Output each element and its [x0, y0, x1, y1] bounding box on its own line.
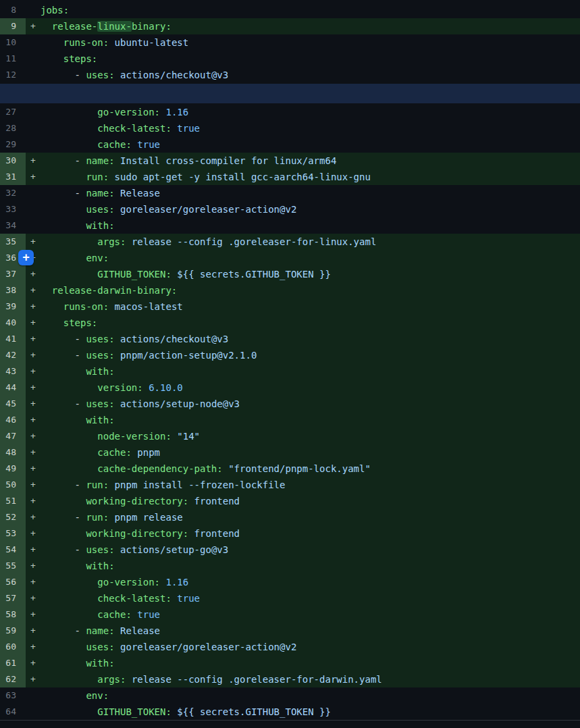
code-text: - name: Release: [41, 185, 580, 201]
token-pln: [223, 463, 228, 474]
diff-marker-empty: [26, 704, 41, 720]
line-number[interactable]: 32: [0, 185, 26, 201]
code-text: runs-on: macos-latest: [41, 298, 580, 315]
line-number[interactable]: 29: [0, 136, 26, 153]
line-number[interactable]: 52: [0, 509, 26, 525]
diff-marker-empty: [26, 687, 41, 704]
token-str: Release: [120, 625, 160, 636]
diff-added-marker: +: [26, 169, 41, 185]
token-key: env:: [86, 253, 109, 263]
token-str: actions/checkout@v3: [120, 70, 228, 80]
line-number[interactable]: 40: [0, 315, 26, 331]
diff-marker-empty: [26, 34, 41, 51]
token-keyhl: linux-: [97, 21, 132, 32]
token-pln: [115, 70, 120, 80]
code-text: node-version: "14": [41, 428, 580, 444]
line-number[interactable]: 53: [0, 525, 26, 542]
line-number[interactable]: 12: [0, 67, 26, 83]
line-number[interactable]: 60: [0, 639, 26, 655]
line-number[interactable]: 38: [0, 282, 26, 298]
line-number[interactable]: 54: [0, 542, 26, 558]
code-text: uses: goreleaser/goreleaser-action@v2: [41, 201, 580, 217]
diff-marker-empty: [26, 104, 41, 120]
line-number[interactable]: 10: [0, 34, 26, 51]
diff-added-marker: +: [26, 298, 41, 315]
line-number[interactable]: 28: [0, 120, 26, 136]
diff-line: 50+ - run: pnpm install --frozen-lockfil…: [0, 477, 580, 493]
token-num: true: [177, 123, 200, 134]
diff-marker-empty: [26, 67, 41, 83]
token-pln: [115, 642, 120, 652]
line-number[interactable]: 33: [0, 201, 26, 217]
code-text: cache: pnpm: [41, 444, 580, 461]
token-str: "14": [177, 431, 200, 442]
token-key: working-directory:: [86, 496, 188, 506]
line-number[interactable]: 43: [0, 363, 26, 380]
token-key: run:: [86, 479, 109, 490]
token-key: uses:: [86, 204, 114, 215]
code-text: - run: pnpm release: [41, 509, 580, 525]
line-number[interactable]: 41: [0, 331, 26, 347]
token-str: Release: [120, 188, 160, 199]
line-number[interactable]: 58: [0, 606, 26, 623]
line-number[interactable]: 31: [0, 169, 26, 185]
line-number[interactable]: 56: [0, 574, 26, 590]
code-text: steps:: [41, 315, 580, 331]
line-number[interactable]: 57: [0, 590, 26, 606]
line-number[interactable]: 61: [0, 655, 26, 671]
line-number[interactable]: 8: [0, 2, 26, 18]
diff-marker-empty: [26, 185, 41, 201]
diff-added-marker: +: [26, 590, 41, 606]
token-key: uses:: [86, 642, 114, 652]
line-number[interactable]: 48: [0, 444, 26, 461]
line-number[interactable]: 27: [0, 104, 26, 120]
diff-line: 29 cache: true: [0, 136, 580, 153]
diff-line: 36+ env:+: [0, 250, 580, 266]
line-number[interactable]: 34: [0, 217, 26, 234]
line-number[interactable]: 46: [0, 412, 26, 428]
line-number[interactable]: 45: [0, 396, 26, 412]
line-number[interactable]: 39: [0, 298, 26, 315]
line-number[interactable]: 62: [0, 671, 26, 687]
line-number[interactable]: 49: [0, 461, 26, 477]
line-number[interactable]: 44: [0, 380, 26, 396]
token-key: args:: [97, 236, 126, 247]
diff-added-marker: +: [26, 558, 41, 574]
line-number[interactable]: 30: [0, 153, 26, 169]
token-key: with:: [86, 220, 114, 231]
collapsed-lines-band[interactable]: [0, 84, 580, 103]
diff-line: 8jobs:: [0, 2, 580, 18]
diff-line: 28 check-latest: true: [0, 120, 580, 136]
code-text: cache: true: [41, 606, 580, 623]
diff-added-marker: +: [26, 574, 41, 590]
line-number[interactable]: 35: [0, 234, 26, 250]
token-pln: -: [75, 334, 86, 344]
token-pln: [115, 350, 120, 361]
line-number[interactable]: 47: [0, 428, 26, 444]
line-number[interactable]: 42: [0, 347, 26, 363]
line-number[interactable]: 37: [0, 266, 26, 282]
diff-added-marker: +: [26, 655, 41, 671]
line-number[interactable]: 11: [0, 51, 26, 67]
code-text: args: release --config .goreleaser-for-d…: [41, 671, 580, 687]
diff-line: 40+ steps:: [0, 315, 580, 331]
line-number[interactable]: 59: [0, 623, 26, 639]
diff-line: 47+ node-version: "14": [0, 428, 580, 444]
line-number[interactable]: 50: [0, 477, 26, 493]
token-key: release-: [52, 21, 97, 32]
diff-line: 63 env:: [0, 687, 580, 704]
token-num: true: [137, 139, 160, 150]
diff-added-marker: +: [26, 639, 41, 655]
line-number[interactable]: 55: [0, 558, 26, 574]
line-number[interactable]: 63: [0, 687, 26, 704]
code-text: working-directory: frontend: [41, 493, 580, 509]
line-number[interactable]: 64: [0, 704, 26, 720]
line-number[interactable]: 51: [0, 493, 26, 509]
line-number[interactable]: 9: [0, 18, 26, 34]
diff-line: 30+ - name: Install cross-compiler for l…: [0, 153, 580, 169]
token-str: pnpm install --frozen-lockfile: [115, 479, 286, 490]
token-key: working-directory:: [86, 528, 188, 539]
diff-added-marker: +: [26, 331, 41, 347]
add-comment-button[interactable]: +: [18, 250, 34, 265]
token-key: args:: [97, 674, 126, 685]
